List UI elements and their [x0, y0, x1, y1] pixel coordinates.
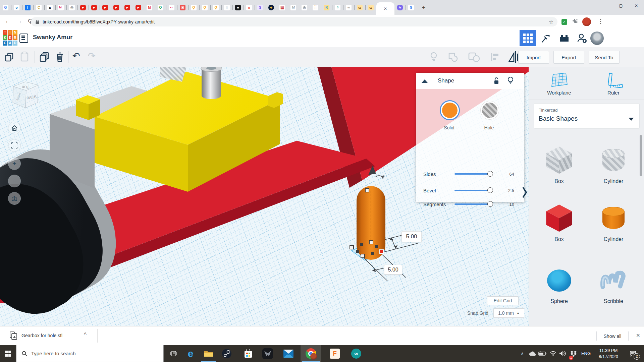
extension-check-icon[interactable]: ✓ [561, 19, 567, 25]
workplane-tool[interactable] [550, 72, 569, 89]
pinned-tab[interactable]: C [33, 0, 44, 15]
pinned-tab[interactable]: ▦ [277, 0, 288, 15]
sidebar-expand-chevron[interactable] [522, 186, 527, 198]
tinkercad-logo[interactable]: TINKERCAD [3, 30, 17, 46]
pinned-tab[interactable]: ω [354, 0, 365, 15]
pinned-tab[interactable]: ⊕ [299, 0, 310, 15]
hole-swatch[interactable] [481, 101, 499, 119]
shape-item-sphere[interactable] [544, 265, 575, 296]
shape-item-cylinder-hole[interactable] [598, 145, 629, 176]
shape-item-scribble[interactable] [598, 264, 629, 295]
pinned-tab[interactable]: ▶ [122, 0, 133, 15]
onedrive-tray-icon[interactable] [527, 345, 537, 362]
language-indicator[interactable]: ENG [579, 345, 593, 362]
pinned-tab[interactable]: Ϙ [199, 0, 210, 15]
pinned-tab[interactable]: ⊕ [66, 0, 77, 15]
task-view-button[interactable] [166, 345, 181, 362]
taskbar-chrome[interactable] [301, 345, 321, 362]
pinned-tab[interactable]: S [332, 0, 343, 15]
send-to-button[interactable]: Send To [589, 51, 620, 64]
show-all-hidden-icon[interactable] [429, 52, 438, 62]
edge-handle[interactable] [375, 245, 378, 248]
window-maximize-button[interactable]: ▢ [613, 0, 629, 11]
download-caret-icon[interactable]: ^ [84, 331, 87, 338]
sidebar-scrollbar[interactable] [640, 135, 642, 176]
copy-icon[interactable] [5, 52, 14, 62]
start-button[interactable] [0, 345, 16, 362]
pinned-tab[interactable]: ⠿ [310, 0, 321, 15]
battery-tray-icon[interactable] [537, 345, 547, 362]
pinned-tab[interactable]: ★ [232, 0, 244, 15]
blocks-view-button[interactable] [520, 30, 536, 46]
segments-slider[interactable] [454, 203, 491, 205]
scale-handle-mid[interactable] [369, 240, 373, 244]
pinned-tab[interactable]: u [244, 0, 255, 15]
shape-item-box-hole[interactable] [544, 144, 575, 175]
taskbar-fusion360[interactable]: F [326, 345, 343, 362]
pinned-tab[interactable]: ▶ [133, 0, 144, 15]
pinned-tab[interactable]: ≋ [394, 0, 406, 15]
browser-menu-icon[interactable]: ⋮ [598, 18, 603, 25]
pinned-tab[interactable]: ∞ [343, 0, 354, 15]
taskbar-edge[interactable]: e [182, 345, 199, 362]
pinned-tab[interactable]: M [288, 0, 299, 15]
pinned-tab[interactable]: •• [166, 0, 177, 15]
taskbar-ms-store[interactable] [240, 345, 256, 362]
action-center-button[interactable]: 2 [625, 345, 641, 362]
selected-capsule[interactable] [357, 186, 385, 260]
taskbar-arduino[interactable]: ∞ [347, 345, 365, 362]
tray-expand-chevron[interactable]: ∧ [518, 345, 527, 362]
back-icon[interactable]: ← [5, 17, 11, 25]
align-icon[interactable] [490, 52, 500, 62]
taskbar-search-box[interactable]: Type here to search [16, 345, 164, 362]
perspective-button[interactable] [8, 192, 21, 205]
share-invite-button[interactable] [574, 30, 590, 46]
dimension-label-width[interactable]: 5.00 [401, 231, 422, 242]
scale-handle-bottom[interactable] [361, 254, 365, 258]
pinned-tab[interactable]: ω [365, 0, 376, 15]
paste-icon[interactable] [20, 52, 29, 62]
edge-handle[interactable] [371, 252, 374, 255]
pinned-tab[interactable]: M: [55, 0, 66, 15]
pinned-tab[interactable]: M [144, 0, 155, 15]
zoom-in-button[interactable]: + [8, 157, 21, 170]
wifi-tray-icon[interactable] [548, 345, 558, 362]
view-cube[interactable]: TOP RIGHT BACK [9, 79, 46, 117]
pinned-tab[interactable]: Ϙ [210, 0, 221, 15]
window-minimize-button[interactable]: — [598, 0, 613, 11]
active-scale-handle[interactable] [379, 249, 384, 254]
pinned-tab[interactable]: G [406, 0, 417, 15]
pinned-tab[interactable]: ◆ [266, 0, 277, 15]
user-avatar[interactable] [590, 32, 604, 45]
pinned-tab[interactable]: ▣ [177, 0, 188, 15]
undo-icon[interactable]: ↶ [72, 51, 80, 61]
export-button[interactable]: Export [553, 51, 584, 64]
extensions-puzzle-icon[interactable] [572, 19, 578, 25]
edit-grid-button[interactable]: Edit Grid [487, 296, 519, 305]
pinned-tab[interactable]: O [155, 0, 166, 15]
sides-slider[interactable] [454, 173, 491, 175]
delete-icon[interactable] [55, 52, 64, 62]
show-all-downloads-button[interactable]: Show all [596, 331, 629, 341]
pinned-tab[interactable]: a [44, 0, 55, 15]
scale-handle-top[interactable] [365, 188, 369, 192]
pinned-tab[interactable]: ▶ [89, 0, 100, 15]
ruler-tool[interactable] [607, 72, 624, 89]
zoom-out-button[interactable]: − [8, 175, 21, 187]
active-tab[interactable]: ✕ [376, 2, 394, 15]
edge-handle[interactable] [360, 243, 363, 246]
browser-profile-avatar[interactable] [582, 17, 591, 26]
window-close-button[interactable]: ✕ [629, 0, 644, 11]
tab-close-icon[interactable]: ✕ [384, 6, 387, 11]
solid-swatch[interactable] [441, 101, 459, 119]
taskbar-predator[interactable] [259, 345, 276, 362]
pinned-tab[interactable]: R [321, 0, 332, 15]
slider-knob[interactable] [487, 171, 493, 177]
shape-item-box[interactable] [544, 202, 575, 233]
clock[interactable]: 11:39 PM 8/17/2020 [593, 348, 624, 359]
minecraft-export-button[interactable] [536, 30, 555, 46]
pinned-tab[interactable]: f [22, 0, 33, 15]
pinned-tab[interactable]: G [0, 0, 11, 15]
taskbar-file-explorer[interactable] [201, 345, 217, 362]
volume-tray-icon[interactable] [557, 345, 568, 362]
